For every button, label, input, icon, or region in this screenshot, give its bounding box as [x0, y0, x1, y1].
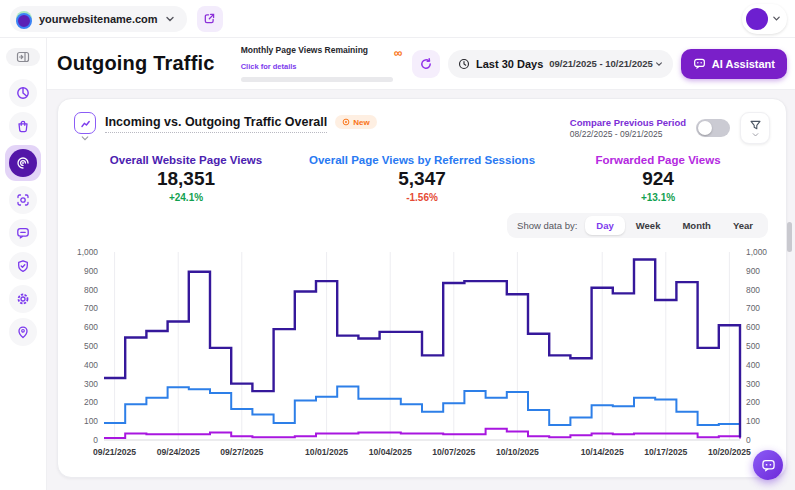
metric-website-page-views: Overall Website Page Views 18,351 +24.1%	[68, 154, 304, 203]
svg-text:600: 600	[746, 322, 760, 332]
svg-text:800: 800	[84, 285, 98, 295]
sidebar-item-outgoing-traffic[interactable]	[5, 145, 41, 181]
svg-text:900: 900	[84, 266, 98, 276]
date-range-picker[interactable]: Last 30 Days 09/21/2025 - 10/21/2025	[448, 50, 673, 78]
metric-delta: -1.56%	[304, 192, 540, 203]
svg-text:600: 600	[84, 322, 98, 332]
chevron-down-icon	[165, 14, 175, 24]
metric-value: 18,351	[68, 168, 304, 190]
user-menu[interactable]	[742, 4, 787, 34]
date-preset: Last 30 Days	[476, 58, 543, 70]
clock-icon	[458, 58, 470, 70]
svg-text:10/04/2025: 10/04/2025	[369, 447, 412, 457]
svg-text:10/20/2025: 10/20/2025	[708, 447, 751, 457]
target-scan-icon	[16, 193, 30, 207]
tab-year[interactable]: Year	[722, 216, 764, 235]
page-header: Outgoing Traffic Monthly Page Views Rema…	[47, 38, 795, 90]
outgoing-traffic-icon	[9, 149, 37, 177]
metrics-row: Overall Website Page Views 18,351 +24.1%…	[58, 148, 786, 211]
new-badge-label: New	[353, 118, 369, 127]
quota-widget: Monthly Page Views Remaining ∞ Click for…	[241, 45, 403, 82]
svg-text:09/21/2025: 09/21/2025	[93, 447, 136, 457]
sparkle-icon	[342, 118, 350, 126]
new-badge: New	[335, 115, 376, 129]
tab-day[interactable]: Day	[585, 216, 624, 235]
sidebar-item-settings[interactable]	[9, 285, 37, 313]
svg-text:500: 500	[746, 341, 760, 351]
svg-text:100: 100	[746, 416, 760, 426]
sidebar-item-tracking[interactable]	[9, 186, 37, 214]
svg-text:10/01/2025: 10/01/2025	[305, 447, 348, 457]
quota-title: Monthly Page Views Remaining	[241, 45, 403, 55]
svg-text:10/14/2025: 10/14/2025	[581, 447, 624, 457]
refresh-button[interactable]	[412, 50, 440, 78]
svg-text:900: 900	[746, 266, 760, 276]
date-range-text: 09/21/2025 - 10/21/2025	[549, 58, 653, 69]
metric-label: Overall Website Page Views	[68, 154, 304, 166]
chat-fab-button[interactable]	[753, 450, 783, 480]
svg-text:10/07/2025: 10/07/2025	[432, 447, 475, 457]
quota-details-link[interactable]: Click for details	[241, 62, 297, 71]
funnel-icon	[749, 119, 762, 132]
sidebar-item-messages[interactable]	[9, 219, 37, 247]
sidebar-item-locations[interactable]	[9, 318, 37, 346]
gear-icon	[16, 292, 30, 306]
svg-text:1,000: 1,000	[77, 247, 98, 257]
chat-icon	[693, 57, 706, 70]
svg-text:1,000: 1,000	[746, 247, 767, 257]
svg-text:09/24/2025: 09/24/2025	[157, 447, 200, 457]
sidebar-item-store[interactable]	[9, 112, 37, 140]
metric-label: Overall Page Views by Referred Sessions	[304, 154, 540, 166]
sidebar-nav	[0, 38, 47, 490]
ai-assistant-button[interactable]: AI Assistant	[681, 49, 787, 79]
sidebar-toggle-button[interactable]	[6, 48, 40, 66]
tab-month[interactable]: Month	[671, 216, 722, 235]
tab-week[interactable]: Week	[625, 216, 672, 235]
svg-text:0: 0	[746, 435, 751, 445]
traffic-chart[interactable]: 09/21/202509/24/202509/27/202510/01/2025…	[64, 242, 780, 472]
main-content: Incoming vs. Outgoing Traffic Overall Ne…	[47, 90, 795, 490]
top-bar: yourwebsitename.com	[0, 0, 795, 38]
quota-progress-bar	[241, 77, 393, 82]
svg-text:300: 300	[746, 379, 760, 389]
compare-period-toggle[interactable]	[696, 119, 730, 137]
metric-delta: +13.1%	[540, 192, 776, 203]
metric-referred-sessions: Overall Page Views by Referred Sessions …	[304, 154, 540, 203]
chat-icon	[761, 458, 776, 473]
svg-text:500: 500	[84, 341, 98, 351]
infinity-icon: ∞	[394, 47, 403, 59]
website-selector[interactable]: yourwebsitename.com	[10, 6, 187, 32]
page-title: Outgoing Traffic	[57, 52, 215, 75]
svg-text:300: 300	[84, 379, 98, 389]
chevron-down-icon	[81, 136, 89, 141]
svg-text:09/27/2025: 09/27/2025	[220, 447, 263, 457]
open-website-button[interactable]	[197, 6, 223, 32]
metric-value: 924	[540, 168, 776, 190]
location-pin-icon	[16, 325, 30, 339]
toggle-knob	[698, 121, 712, 135]
svg-text:100: 100	[84, 416, 98, 426]
metric-forwarded-page-views: Forwarded Page Views 924 +13.1%	[540, 154, 776, 203]
svg-text:400: 400	[746, 360, 760, 370]
chat-bubble-icon	[16, 226, 30, 240]
chevron-down-icon	[655, 60, 663, 68]
chart-card-icon	[74, 112, 96, 134]
website-domain: yourwebsitename.com	[39, 13, 158, 25]
svg-text:0: 0	[93, 435, 98, 445]
refresh-icon	[419, 57, 433, 71]
sidebar-item-analytics[interactable]	[9, 79, 37, 107]
svg-text:200: 200	[84, 397, 98, 407]
card-title: Incoming vs. Outgoing Traffic Overall	[105, 115, 327, 133]
shopping-bag-icon	[16, 119, 30, 133]
chevron-down-icon	[772, 14, 781, 23]
ai-assistant-label: AI Assistant	[712, 58, 775, 70]
svg-text:700: 700	[84, 303, 98, 313]
date-range-value: 09/21/2025 - 10/21/2025	[549, 58, 663, 69]
svg-text:10/17/2025: 10/17/2025	[644, 447, 687, 457]
scrollbar-thumb[interactable]	[787, 222, 792, 252]
external-link-icon	[203, 12, 216, 25]
chart-filter-button[interactable]	[740, 112, 770, 144]
traffic-overview-card: Incoming vs. Outgoing Traffic Overall Ne…	[57, 98, 787, 478]
sidebar-item-security[interactable]	[9, 252, 37, 280]
avatar	[746, 8, 768, 30]
